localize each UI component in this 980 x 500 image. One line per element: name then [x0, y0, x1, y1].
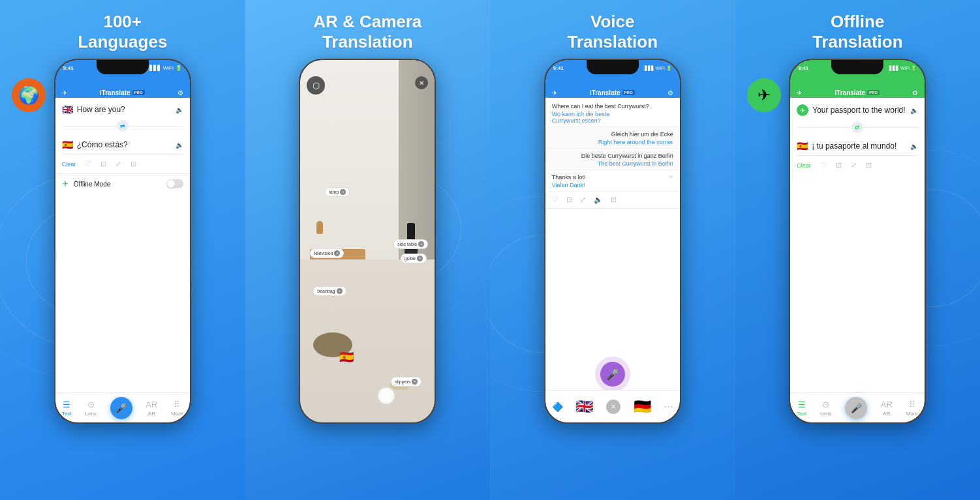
- target-speak-icon-4[interactable]: 🔈: [910, 143, 918, 150]
- phone-3-wrap: 9:41 ▋▋▋ WiFi 🔋 ✈ iTranslate PRO ⚙: [544, 59, 681, 492]
- spain-flag-2: 🇪🇸: [339, 350, 354, 364]
- close-voice-btn-3[interactable]: ✕: [606, 400, 620, 414]
- bluetooth-icon-3[interactable]: 🔷: [552, 402, 563, 412]
- nav-mic-btn-1[interactable]: 🎤: [110, 397, 132, 419]
- phone-1: 9:41 ▋▋▋ WiFi 🔋 ✈ iTranslate PRO ⚙: [54, 59, 191, 424]
- swap-btn-1[interactable]: ⇄: [117, 120, 129, 132]
- share-icon-3[interactable]: ⊡: [611, 196, 617, 204]
- target-flag-3[interactable]: 🇩🇪: [634, 398, 651, 415]
- beanbag-label-2[interactable]: beanbag +: [313, 286, 346, 296]
- source-plane-icon-4: ✈: [797, 104, 808, 116]
- sidetable-label-2[interactable]: side table +: [393, 239, 428, 249]
- beanbag-text-2: beanbag: [317, 289, 335, 293]
- target-lang-1: 🇪🇸 ¿Cómo estás? 🔈: [55, 133, 190, 154]
- more-icon-3[interactable]: ⋯: [664, 402, 673, 412]
- msg3-translated: The best Currywurst in Berlin: [552, 160, 673, 167]
- camera-bg-2: ✕ ⬡ lamp + television + guitar +: [300, 60, 435, 422]
- clear-btn-1[interactable]: Clear: [62, 161, 76, 168]
- source-speak-icon-1[interactable]: 🔈: [176, 106, 183, 113]
- copy-icon-4[interactable]: ⊡: [836, 161, 842, 169]
- chat-msg-3-3: Die beste Currywurst in ganz Berlin The …: [545, 149, 680, 170]
- lamp-label-2[interactable]: lamp +: [325, 187, 350, 197]
- nav-more-label-4: More: [906, 411, 918, 417]
- nav-ar-1[interactable]: AR AR: [145, 400, 157, 417]
- bottom-nav-4: ☰ Text ⊙ Lens 🎤 AR AR ⠿ More: [790, 392, 925, 422]
- panel-2-title: AR & Camera Translation: [313, 12, 421, 52]
- msg1-translated: Wo kann ich die besteCurrywurst essen?: [552, 111, 649, 124]
- expand-icon-4[interactable]: ⤢: [851, 161, 857, 169]
- edit-icon-3[interactable]: ✏: [669, 174, 673, 180]
- chat-msg-1-3: Where can I eat the best Currywurst? Wo …: [545, 98, 680, 127]
- nav-text-label-1: Text: [62, 411, 72, 417]
- expand-icon-1[interactable]: ⤢: [115, 160, 121, 168]
- pro-badge-1: PRO: [132, 90, 145, 95]
- chat-msg-4-3: Thanks a lot! Vielen Dank! ✏: [545, 170, 680, 192]
- msg4-original: Thanks a lot!: [552, 174, 586, 181]
- header-logo-1: iTranslate PRO: [100, 89, 145, 96]
- panel-1-title: 100+ Languages: [78, 12, 167, 52]
- source-lang-1: 🇬🇧 How are you? 🔈: [55, 98, 190, 119]
- bottom-nav-1: ☰ Text ⊙ Lens 🎤 AR AR ⠿ More: [55, 392, 190, 422]
- heart-icon-3[interactable]: ♡: [552, 196, 559, 204]
- heart-icon-4[interactable]: ♡: [820, 161, 827, 169]
- nav-more-label-1: More: [171, 411, 183, 417]
- phone-2-wrap: ✕ ⬡ lamp + television + guitar +: [299, 59, 436, 492]
- camera-shutter-2[interactable]: [377, 387, 395, 405]
- offline-toggle-1[interactable]: [166, 179, 183, 188]
- target-speak-icon-1[interactable]: 🔈: [176, 141, 183, 149]
- settings-icon-4[interactable]: ⚙: [912, 89, 918, 96]
- msg4-translated: Vielen Dank!: [552, 182, 586, 188]
- source-flag-3[interactable]: 🇬🇧: [575, 398, 593, 415]
- slippers-plus-2: +: [412, 379, 418, 385]
- chat-area-3: Where can I eat the best Currywurst? Wo …: [545, 98, 680, 209]
- speaker-icon-3[interactable]: 🔈: [594, 196, 603, 204]
- nav-text-4[interactable]: ☰ Text: [797, 400, 807, 417]
- nav-more-4[interactable]: ⠿ More: [906, 400, 918, 417]
- nav-mic-btn-4[interactable]: 🎤: [845, 397, 867, 419]
- heart-icon-1[interactable]: ♡: [85, 160, 91, 168]
- panel-4-title: Offline Translation: [812, 12, 903, 52]
- nav-lens-1[interactable]: ⊙ Lens: [85, 400, 97, 417]
- share-icon-1[interactable]: ⊡: [130, 160, 136, 168]
- nav-more-1[interactable]: ⠿ More: [171, 400, 183, 417]
- nav-ar-4[interactable]: AR AR: [881, 400, 893, 417]
- app-header-1: ✈ iTranslate PRO ⚙: [55, 74, 190, 98]
- msg3-original: Die beste Currywurst in ganz Berlin: [552, 153, 673, 159]
- swap-btn-4[interactable]: ⇄: [851, 121, 863, 133]
- panel-offline: ✈ Offline Translation 9:41 ▋▋▋ WiFi 🔋 ✈ …: [735, 0, 981, 500]
- copy-icon-3[interactable]: ⊡: [566, 196, 572, 204]
- source-text-4: Your passport to the world!: [812, 106, 906, 115]
- nav-lens-label-4: Lens: [820, 411, 831, 417]
- target-text-4: ¡ tu pasaporte al mundo!: [812, 141, 906, 151]
- sidetable-plus-2: +: [418, 241, 424, 247]
- copy-icon-1[interactable]: ⊡: [100, 160, 106, 168]
- phone-1-wrap: 9:41 ▋▋▋ WiFi 🔋 ✈ iTranslate PRO ⚙: [54, 59, 191, 492]
- vase: [316, 221, 323, 234]
- settings-icon-3[interactable]: ⚙: [667, 89, 673, 96]
- nav-lens-4[interactable]: ⊙ Lens: [820, 400, 831, 417]
- nav-text-1[interactable]: ☰ Text: [62, 400, 72, 417]
- action-row-1: Clear ♡ ⊡ ⤢ ⊡: [55, 154, 190, 173]
- msg2-original: Gleich hier um die Ecke: [552, 131, 673, 138]
- settings-icon-1[interactable]: ⚙: [177, 89, 183, 96]
- share-icon-4[interactable]: ⊡: [866, 161, 872, 169]
- expand-icon-3[interactable]: ⤢: [580, 196, 586, 204]
- clear-btn-4[interactable]: Clear: [797, 162, 811, 169]
- mic-circle-3[interactable]: 🎤: [600, 362, 625, 387]
- lamp-text-2: lamp: [329, 190, 339, 194]
- phone-1-screen: 9:41 ▋▋▋ WiFi 🔋 ✈ iTranslate PRO ⚙: [55, 60, 190, 422]
- nav-more-icon-1: ⠿: [174, 400, 180, 409]
- nav-ar-icon-1: AR: [145, 400, 157, 409]
- source-speak-icon-4[interactable]: 🔈: [910, 107, 918, 114]
- notch-4: [831, 60, 883, 74]
- panel-ar: AR & Camera Translation: [245, 0, 491, 500]
- status-icons-1: ▋▋▋ WiFi 🔋: [149, 65, 182, 71]
- lamp-plus-2: +: [340, 189, 346, 195]
- globe-icon: 🌍: [12, 78, 46, 112]
- mic-bubble-3[interactable]: 🎤: [600, 362, 625, 387]
- phone-3: 9:41 ▋▋▋ WiFi 🔋 ✈ iTranslate PRO ⚙: [544, 59, 681, 424]
- slippers-label-2[interactable]: slippers +: [391, 377, 421, 387]
- notch-3: [587, 60, 639, 74]
- guitar-label-2[interactable]: guitar +: [401, 254, 427, 263]
- tv-label-2[interactable]: television +: [310, 248, 344, 258]
